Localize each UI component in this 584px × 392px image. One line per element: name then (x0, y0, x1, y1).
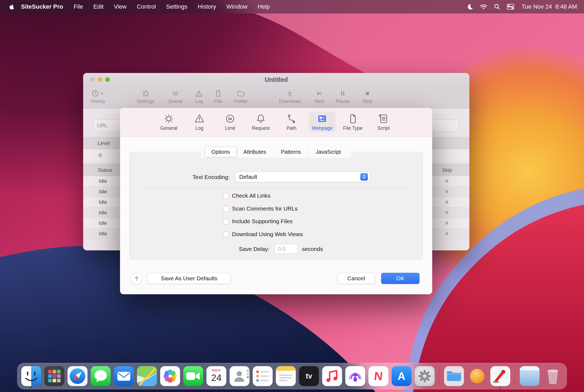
checkbox-box[interactable] (223, 232, 229, 237)
toolbar-folder-button[interactable]: Folder (234, 89, 248, 104)
menu-edit[interactable]: Edit (88, 3, 109, 10)
sheet-tab-general[interactable]: General (155, 111, 182, 132)
save-delay-input[interactable] (275, 244, 297, 254)
minimize-button[interactable] (98, 77, 102, 82)
spotlight-search-icon[interactable] (491, 3, 503, 10)
sheet-tab-log[interactable]: Log (186, 111, 213, 132)
checkbox-box[interactable] (223, 219, 229, 224)
tv-glyph: tv (299, 366, 319, 386)
skip-button[interactable]: ✕ (441, 188, 452, 195)
subtab-javascript[interactable]: JavaScript (309, 147, 347, 157)
save-as-user-defaults-button[interactable]: Save As User Defaults (147, 273, 231, 284)
dock-calendar[interactable]: NOV 24 (206, 366, 226, 386)
menu-left: SiteSucker Pro File Edit View Control Se… (7, 3, 275, 10)
dock-podcasts[interactable] (345, 366, 365, 386)
dock-mail[interactable] (114, 366, 134, 386)
skip-button[interactable]: ✕ (441, 199, 452, 205)
dock-photos[interactable] (160, 366, 180, 386)
dock-sitesucker[interactable] (490, 366, 510, 386)
tab-label: Log (195, 125, 203, 131)
subtab-patterns[interactable]: Patterns (274, 147, 308, 157)
toolbar-queue-button[interactable]: Queue (168, 89, 183, 104)
checkbox-download-web-views[interactable]: Download Using Web Views (223, 230, 303, 238)
toolbar-pause-button[interactable]: Pause (336, 89, 349, 104)
webpage-icon (316, 112, 328, 125)
menu-settings[interactable]: Settings (161, 3, 193, 10)
toolbar-settings-button[interactable]: Settings (137, 89, 154, 104)
dock-safari[interactable] (68, 366, 87, 386)
checkbox-box[interactable] (223, 206, 229, 212)
sheet-tab-file-type[interactable]: File Type (339, 111, 366, 132)
dock-app-store[interactable]: A (392, 366, 411, 386)
checkbox-scan-comments[interactable]: Scan Comments for URLs (223, 205, 298, 213)
status-cell: Idle (99, 231, 107, 237)
dock-maps[interactable] (137, 366, 157, 386)
dock-news[interactable]: N (368, 366, 388, 386)
menu-clock[interactable]: Tue Nov 24 8:48 AM (522, 3, 577, 10)
skip-next-icon (315, 89, 323, 98)
dock-music[interactable] (322, 366, 342, 386)
close-button[interactable] (90, 77, 95, 82)
dock-facetime[interactable] (183, 366, 203, 386)
tab-label: General (160, 125, 177, 131)
window-titlebar[interactable]: Untitled (83, 73, 469, 86)
toolbar-log-button[interactable]: Log (195, 89, 203, 104)
text-encoding-popup[interactable]: Default (235, 172, 370, 182)
tab-label: Webpage (312, 125, 333, 131)
toolbar-download-button[interactable]: Download (279, 89, 301, 104)
save-delay-suffix: seconds (302, 246, 323, 252)
dock-notes[interactable] (276, 366, 296, 386)
checkbox-label: Download Using Web Views (232, 231, 303, 237)
menu-file[interactable]: File (69, 3, 88, 10)
dark-mode-moon-icon[interactable] (465, 3, 476, 10)
ok-button[interactable]: OK (381, 273, 420, 284)
toolbar-history-button[interactable]: History (90, 89, 105, 104)
dock-trash[interactable] (543, 366, 563, 386)
dock-folder[interactable] (444, 366, 464, 386)
dock-tv[interactable]: tv (299, 366, 319, 386)
checkbox-check-all-links[interactable]: Check All Links (223, 192, 270, 200)
toolbar-stop-button[interactable]: Stop (362, 89, 372, 104)
checkbox-box[interactable] (223, 193, 229, 199)
toolbar-file-button[interactable]: File (214, 89, 222, 104)
dock-downloads[interactable] (467, 366, 487, 386)
menu-app-name[interactable]: SiteSucker Pro (19, 3, 69, 10)
sheet-tab-limit[interactable]: 50 Limit (217, 111, 244, 132)
history-clock-icon (91, 89, 104, 98)
dock-separator (439, 367, 439, 386)
sheet-tab-request[interactable]: Request (247, 111, 274, 132)
sheet-tab-script[interactable]: Script (370, 111, 397, 132)
sheet-tab-webpage[interactable]: Webpage (309, 111, 336, 132)
menu-history[interactable]: History (193, 3, 221, 10)
subtab-options[interactable]: Options (205, 147, 237, 157)
apple-menu[interactable] (7, 4, 19, 10)
dock-launchpad[interactable] (44, 366, 64, 386)
skip-button[interactable]: ✕ (441, 230, 452, 237)
control-center-icon[interactable] (505, 3, 516, 10)
menu-help[interactable]: Help (252, 3, 275, 10)
skip-button[interactable]: ✕ (441, 209, 452, 216)
file-icon (214, 89, 222, 98)
dock-finder[interactable] (21, 366, 41, 386)
help-button[interactable]: ? (131, 273, 142, 285)
toolbar-next-button[interactable]: Next (314, 89, 324, 104)
checkbox-include-supporting-files[interactable]: Include Supporting Files (223, 217, 293, 225)
dock-reminders[interactable] (253, 366, 273, 386)
dock-messages[interactable] (91, 366, 111, 386)
sheet-tab-path[interactable]: Path (278, 111, 305, 132)
dock-contacts[interactable] (230, 366, 249, 386)
skip-button[interactable]: ✕ (441, 178, 452, 184)
subtab-attributes[interactable]: Attributes (237, 147, 273, 157)
skip-button[interactable]: ✕ (441, 220, 452, 226)
menu-view[interactable]: View (109, 3, 132, 10)
zoom-button[interactable] (105, 77, 110, 82)
cancel-button[interactable]: Cancel (337, 273, 375, 284)
menu-window[interactable]: Window (221, 3, 252, 10)
menu-control[interactable]: Control (132, 3, 161, 10)
dock-minimized-window[interactable] (520, 366, 540, 386)
wifi-icon[interactable] (478, 3, 489, 10)
segment-divider (273, 149, 274, 155)
dock-system-preferences[interactable] (415, 366, 435, 386)
svg-text:50: 50 (228, 117, 232, 121)
minimized-window-titlebar (520, 366, 540, 370)
